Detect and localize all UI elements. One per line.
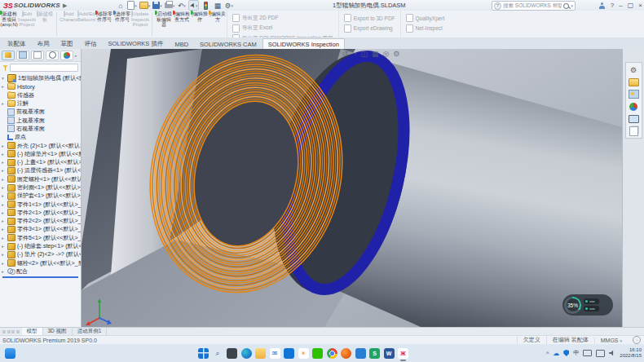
display-manager-tab[interactable] xyxy=(60,51,73,60)
word-icon[interactable]: W xyxy=(384,348,395,359)
tree-item-part[interactable]: ▸螺栓<2> (默认<<默认>_显示状态 xyxy=(2,259,81,267)
new-inspection-project-button[interactable]: 新建检查项目 (amp;N) xyxy=(0,11,18,38)
performance-icon[interactable] xyxy=(201,1,210,10)
wechat-icon[interactable] xyxy=(312,348,323,359)
rollback-bar[interactable] xyxy=(2,276,78,278)
tree-item-part[interactable]: ▸(-) 绝缘垫片<1> (默认<<默认>_显 xyxy=(2,150,81,158)
edge-icon[interactable] xyxy=(241,348,252,359)
minimize-button[interactable]: – xyxy=(619,2,622,9)
tree-item-part[interactable]: ▸固定螺栓<1> (默认<<默认>_显示状 xyxy=(2,175,81,183)
view-orientation-icon[interactable]: ◫ xyxy=(360,50,368,58)
edit-operations-button[interactable]: 编辑操作 xyxy=(191,11,209,38)
search-box[interactable]: ? 搜索 SOLIDWORKS 帮助 ▾ xyxy=(492,1,576,11)
status-tag-icon[interactable]: ◔ xyxy=(633,336,641,344)
graphics-viewport[interactable]: ◎ ⊡ ↺ ◔ ◫ ▦ ◎ ⚙ 35% xyxy=(82,49,622,327)
taskbar-search-icon[interactable]: ⌕ xyxy=(213,348,223,359)
task-view-icon[interactable] xyxy=(227,348,237,359)
zoom-area-icon[interactable]: ⊡ xyxy=(332,50,338,58)
menu-flyout-icon[interactable]: ▶ xyxy=(63,2,67,9)
tree-item-part[interactable]: ▸外壳 (2)<1> (默认<<默认>_显示状 xyxy=(2,141,81,149)
tab-addins[interactable]: SOLIDWORKS 插件 xyxy=(103,38,170,49)
tree-item-part[interactable]: ▸零件2<1> (默认<<默认>_显示状 xyxy=(2,209,81,217)
new-document-icon[interactable]: ▾ xyxy=(127,1,137,10)
tab-solidworks-inspection[interactable]: SOLIDWORKS Inspection xyxy=(262,38,345,49)
qualityxpert-button[interactable]: QualityXpert xyxy=(406,14,445,22)
resources-icon[interactable]: ⚙ xyxy=(629,65,639,74)
options-gear-icon[interactable]: ⚙▾ xyxy=(224,1,233,10)
app-s-icon[interactable]: S xyxy=(369,348,380,359)
select-balloons-button[interactable]: 选择零件序号 xyxy=(113,11,131,38)
configuration-manager-tab[interactable] xyxy=(31,51,44,60)
tree-item-part[interactable]: ▸保护套<1> (默认<<默认>_显示状 xyxy=(2,192,81,200)
filter-input[interactable] xyxy=(10,64,78,72)
chrome-icon[interactable] xyxy=(327,348,337,359)
search-icon[interactable] xyxy=(563,3,569,9)
zoom-fit-icon[interactable]: ◎ xyxy=(321,50,328,58)
view-palette-icon[interactable] xyxy=(629,90,639,99)
taskbar-clock[interactable]: 16:10 2022/8/15 xyxy=(620,347,642,359)
tab-model[interactable]: 模型 xyxy=(22,328,43,335)
tab-evaluate[interactable]: 评估 xyxy=(79,38,103,49)
property-manager-tab[interactable] xyxy=(16,51,29,60)
close-button[interactable]: × xyxy=(638,2,642,9)
section-view-icon[interactable]: ◔ xyxy=(352,50,356,58)
tree-item-part[interactable]: ▸(-) 上盖<1> (默认<<默认>_显示状 xyxy=(2,158,81,166)
display-pane-icon[interactable] xyxy=(629,114,639,123)
recorder-widget[interactable]: 35% xyxy=(562,294,613,316)
rebuild-icon[interactable]: ▦ xyxy=(213,1,222,10)
previous-view-icon[interactable]: ↺ xyxy=(342,50,348,58)
new-template-button[interactable]: 新建模板 xyxy=(36,11,54,38)
print-icon[interactable]: ▾ xyxy=(165,1,175,10)
tree-item-top-plane[interactable]: 上视基准面 xyxy=(2,116,81,124)
export-edrawing-button[interactable]: Export eDrawing xyxy=(344,24,395,33)
units-selector[interactable]: MMGS ▾ xyxy=(594,338,628,343)
speaker-icon[interactable] xyxy=(609,351,615,356)
tree-item-part[interactable]: ▸(-) 绝缘套.step<1> (默认<<默认> xyxy=(2,242,81,250)
file-explorer-icon[interactable] xyxy=(255,348,266,359)
tree-item-mates[interactable]: ▸配合 xyxy=(2,267,81,276)
remove-balloons-button[interactable]: 移除零件序号 xyxy=(95,11,113,38)
edit-inspection-project-button[interactable]: Edit Inspection Project xyxy=(18,11,36,38)
onedrive-icon[interactable]: ☁ xyxy=(553,350,559,357)
custom-properties-icon[interactable] xyxy=(629,126,639,135)
tab-assembly[interactable]: 装配体 xyxy=(2,38,32,49)
ime-indicator[interactable]: 中 xyxy=(573,349,579,357)
restore-button[interactable]: ▢ xyxy=(628,2,634,9)
tab-sketch[interactable]: 草图 xyxy=(55,38,79,49)
mail-icon[interactable]: ✉ xyxy=(270,348,280,359)
tree-item-sensors[interactable]: 传感器 xyxy=(2,91,81,99)
filter-funnel-icon[interactable] xyxy=(2,65,8,71)
tab-solidworks-cam[interactable]: SOLIDWORKS CAM xyxy=(194,38,262,49)
store-icon[interactable] xyxy=(284,348,294,359)
tree-item-history[interactable]: ▸History xyxy=(2,82,81,90)
browser-icon[interactable] xyxy=(341,348,351,359)
display-style-icon[interactable]: ▦ xyxy=(372,50,379,58)
appearances-icon[interactable] xyxy=(629,102,639,111)
tab-layout[interactable]: 布局 xyxy=(32,38,55,49)
save-icon[interactable]: ▾ xyxy=(152,1,162,10)
tree-root[interactable]: ▾1型辊轴加热电偶 (默认<默认_显示状态-1 xyxy=(2,74,81,82)
weather-icon[interactable]: ☀ xyxy=(298,348,309,359)
launch-template-editor-button[interactable]: 启动模板编辑器 xyxy=(155,11,173,38)
tree-item-front-plane[interactable]: 前视基准面 xyxy=(2,108,81,116)
tray-chevron-icon[interactable]: ^ xyxy=(546,351,549,356)
update-inspection-project-button[interactable]: Update Inspection Project xyxy=(131,11,149,38)
login-user-icon[interactable] xyxy=(599,2,606,9)
tree-item-part[interactable]: ▸零件2<2> (默认<<默认>_显示状 xyxy=(2,217,81,225)
hide-show-items-icon[interactable]: ◎ xyxy=(382,50,389,58)
display-icon[interactable] xyxy=(596,350,605,357)
export-excel-button[interactable]: 导出至 Excel xyxy=(232,24,333,33)
security-icon[interactable] xyxy=(563,350,569,356)
tab-mbd[interactable]: MBD xyxy=(169,38,194,49)
tree-item-right-plane[interactable]: 右视基准面 xyxy=(2,125,81,133)
design-library-icon[interactable] xyxy=(629,77,639,86)
tree-item-part[interactable]: ▸零件5<1> (默认<<默认>_显示状 xyxy=(2,234,81,242)
open-icon[interactable]: ▾ xyxy=(139,1,151,10)
add-edit-balloons-button[interactable]: Add/Edit Balloons xyxy=(77,11,95,38)
tree-item-part[interactable]: ▸(-) 垫片 (2)<2> ->? (默认<<默认 xyxy=(2,250,81,258)
edit-methods-button[interactable]: 编辑检查方式 xyxy=(173,11,191,38)
tab-motion-study[interactable]: 运动算例1 xyxy=(73,328,108,335)
undo-icon[interactable]: ↶▾ xyxy=(177,1,186,10)
tree-item-origin[interactable]: 原点 xyxy=(2,133,81,141)
tab-3d-views[interactable]: 3D 视图 xyxy=(43,328,73,335)
